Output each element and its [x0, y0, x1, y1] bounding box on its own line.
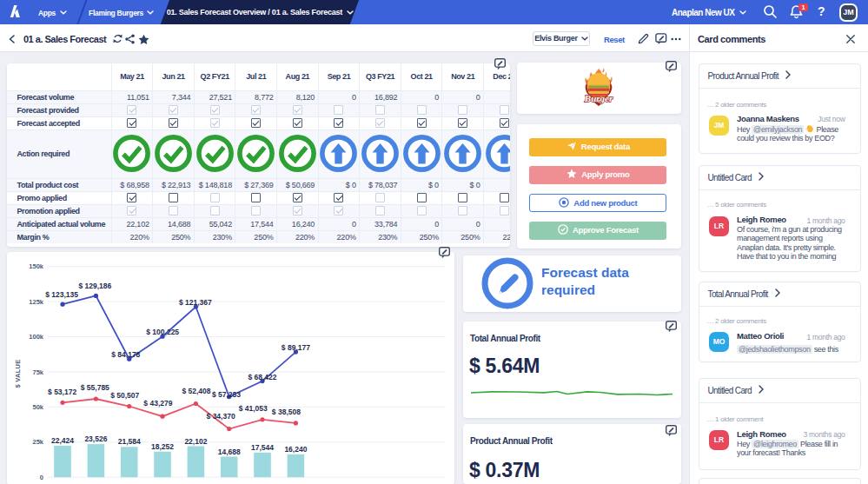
svg-text:$ 41,053: $ 41,053: [238, 403, 267, 412]
svg-text:25k: 25k: [32, 438, 43, 446]
svg-text:$ 121,367: $ 121,367: [178, 298, 211, 307]
svg-text:$ 52,408: $ 52,408: [182, 387, 210, 395]
svg-text:$ 50,507: $ 50,507: [110, 391, 139, 400]
svg-text:21,584: 21,584: [117, 437, 140, 446]
svg-text:14,688: 14,688: [217, 447, 240, 455]
svg-text:22,424: 22,424: [51, 435, 74, 444]
svg-text:$ 84,178: $ 84,178: [111, 349, 140, 358]
svg-text:18,252: 18,252: [151, 441, 174, 450]
svg-text:$ 57,283: $ 57,283: [211, 389, 240, 398]
svg-text:23,526: 23,526: [84, 434, 107, 443]
svg-text:Burger: Burger: [584, 93, 613, 103]
svg-text:$ 89,177: $ 89,177: [281, 342, 309, 351]
svg-text:$ VALUE: $ VALUE: [14, 359, 22, 388]
svg-text:$ 34,370: $ 34,370: [206, 412, 235, 421]
svg-text:125k: 125k: [29, 297, 44, 305]
svg-text:17,544: 17,544: [251, 442, 274, 451]
svg-text:50k: 50k: [32, 402, 43, 410]
svg-text:$ 53,172: $ 53,172: [48, 388, 76, 396]
svg-text:16,240: 16,240: [284, 444, 307, 453]
svg-text:100k: 100k: [29, 333, 44, 341]
svg-text:$ 123,135: $ 123,135: [45, 289, 78, 298]
svg-text:$ 38,508: $ 38,508: [271, 407, 300, 415]
svg-text:75k: 75k: [32, 368, 43, 375]
svg-text:$ 68,422: $ 68,422: [248, 373, 276, 381]
svg-text:$ 43,279: $ 43,279: [143, 399, 172, 408]
svg-text:$ 55,785: $ 55,785: [80, 383, 109, 392]
svg-text:$ 100,225: $ 100,225: [146, 328, 179, 336]
svg-text:22,102: 22,102: [184, 436, 207, 445]
svg-text:$ 129,186: $ 129,186: [78, 281, 111, 289]
svg-text:0: 0: [39, 473, 43, 481]
svg-text:150k: 150k: [29, 262, 44, 270]
